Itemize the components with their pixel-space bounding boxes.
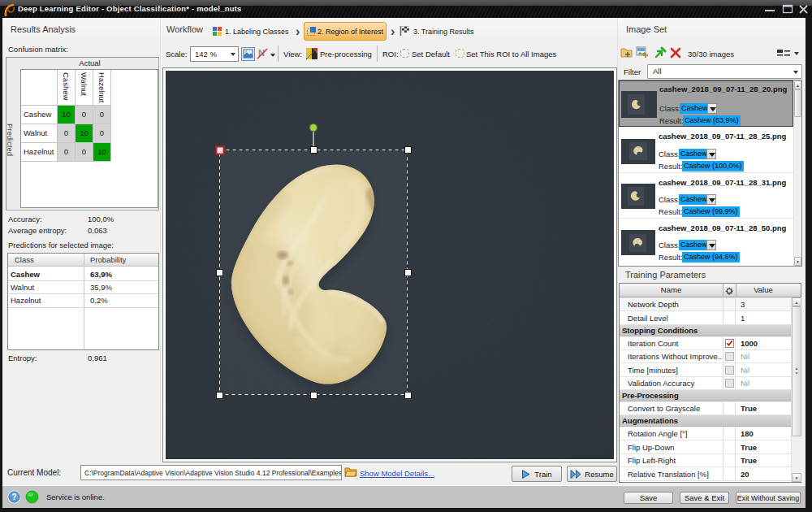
svg-text:?: ? xyxy=(11,492,16,501)
